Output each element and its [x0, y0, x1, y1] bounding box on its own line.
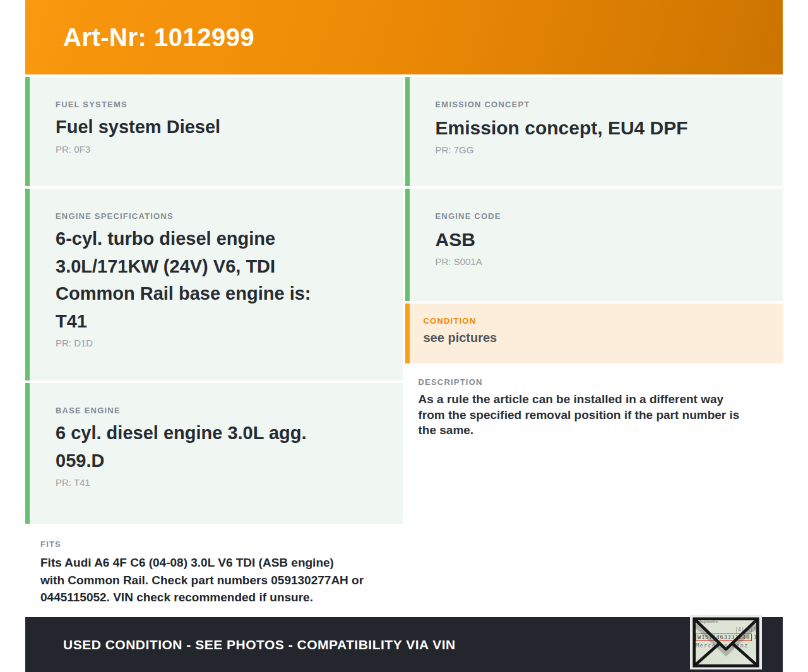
content-area: Art-Nr: 1012999 FUEL SYSTEMS Fuel system…	[25, 0, 783, 672]
condition-label: CONDITION	[424, 316, 769, 326]
card-condition: CONDITION see pictures	[405, 304, 783, 363]
engine-specifications-value: 6-cyl. turbo diesel engine 3.0L/171KW (2…	[56, 225, 378, 335]
spec-grid: FUEL SYSTEMS Fuel system Diesel PR: 0F3 …	[25, 77, 783, 615]
footer-text: USED CONDITION - SEE PHOTOS - COMPATIBIL…	[63, 637, 456, 652]
header-banner: Art-Nr: 1012999	[25, 0, 783, 74]
left-column: FUEL SYSTEMS Fuel system Diesel PR: 0F3 …	[25, 77, 403, 615]
listing-page: Art-Nr: 1012999 FUEL SYSTEMS Fuel system…	[0, 0, 808, 672]
engine-specifications-pr-code: PR: D1D	[56, 338, 378, 348]
emission-concept-label: EMISSION CONCEPT	[436, 100, 758, 109]
card-description: DESCRIPTION As a rule the article can be…	[405, 366, 783, 615]
engine-code-value: ASB	[436, 225, 758, 254]
envelope-icon	[692, 617, 760, 668]
fuel-systems-pr-code: PR: 0F3	[56, 144, 378, 155]
footer-banner: USED CONDITION - SEE PHOTOS - COMPATIBIL…	[25, 617, 783, 672]
card-engine-specifications: ENGINE SPECIFICATIONS 6-cyl. turbo diese…	[25, 189, 403, 380]
card-emission-concept: EMISSION CONCEPT Emission concept, EU4 D…	[405, 77, 783, 186]
right-column: EMISSION CONCEPT Emission concept, EU4 D…	[405, 77, 783, 615]
fuel-systems-label: FUEL SYSTEMS	[56, 100, 378, 109]
fuel-systems-value: Fuel system Diesel	[56, 114, 378, 141]
condition-value: see pictures	[424, 331, 769, 345]
fits-text: Fits Audi A6 4F C6 (04-08) 3.0L V6 TDI (…	[40, 554, 388, 606]
description-label: DESCRIPTION	[419, 377, 766, 387]
base-engine-pr-code: PR: T41	[56, 477, 378, 488]
article-number-title: Art-Nr: 1012999	[63, 23, 254, 52]
base-engine-label: BASE ENGINE	[56, 406, 378, 415]
description-text: As a rule the article can be installed i…	[419, 392, 766, 439]
emission-concept-value: Emission concept, EU4 DPF	[436, 114, 758, 142]
emission-concept-pr-code: PR: 7GG	[436, 144, 758, 155]
card-engine-code: ENGINE CODE ASB PR: S001A	[405, 189, 783, 301]
engine-specifications-label: ENGINE SPECIFICATIONS	[56, 211, 378, 221]
fits-label: FITS	[40, 539, 388, 549]
registration-document-thumbnail: Fahrgestellnr. |4| AiA W1571463J31248 7 …	[690, 615, 762, 669]
base-engine-value: 6 cyl. diesel engine 3.0L agg. 059.D	[56, 420, 378, 475]
card-fuel-systems: FUEL SYSTEMS Fuel system Diesel PR: 0F3	[25, 77, 403, 186]
card-fits: FITS Fits Audi A6 4F C6 (04-08) 3.0L V6 …	[25, 526, 403, 615]
card-base-engine: BASE ENGINE 6 cyl. diesel engine 3.0L ag…	[25, 383, 403, 524]
engine-code-label: ENGINE CODE	[436, 211, 758, 221]
engine-code-pr-code: PR: S001A	[436, 256, 758, 267]
